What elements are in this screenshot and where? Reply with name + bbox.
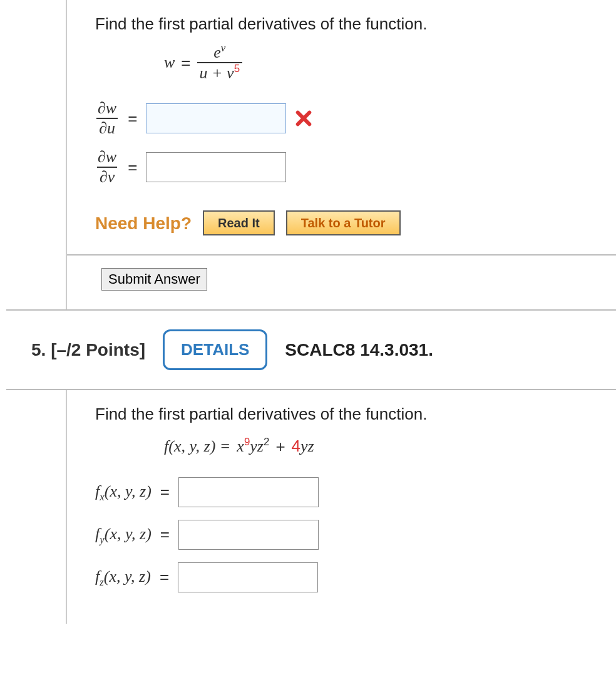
label-sub: y bbox=[100, 534, 105, 546]
question-4: Find the first partial derivatives of th… bbox=[66, 0, 616, 309]
partial-bot: v bbox=[108, 168, 115, 186]
partial-dw-dv: ∂w ∂v bbox=[95, 149, 119, 185]
points-text: [–/2 Points] bbox=[51, 340, 145, 359]
partial-top: w bbox=[106, 148, 116, 166]
equals-sign: = bbox=[181, 51, 190, 74]
fx-label: fx(x, y, z) bbox=[95, 480, 151, 503]
q4-eq-lhs: w bbox=[164, 51, 175, 74]
wrong-icon bbox=[295, 110, 312, 127]
answer-input-fx[interactable] bbox=[178, 477, 319, 507]
frac-den-exp: 5 bbox=[234, 63, 240, 75]
t1-base: x bbox=[237, 437, 244, 455]
q5-eq-lhs: f(x, y, z) = bbox=[164, 435, 230, 458]
equals-sign: = bbox=[128, 156, 137, 178]
q4-equation: w = ev u + v5 bbox=[164, 44, 616, 81]
question-5-header: 5. [–/2 Points] DETAILS SCALC8 14.3.031. bbox=[6, 309, 616, 390]
read-it-button[interactable]: Read It bbox=[203, 210, 275, 235]
fy-label: fy(x, y, z) bbox=[95, 523, 151, 545]
equals-sign: = bbox=[160, 565, 169, 588]
question-number: 5. bbox=[31, 340, 46, 359]
label-rest: (x, y, z) bbox=[105, 482, 151, 500]
question-5: Find the first partial derivatives of th… bbox=[66, 390, 616, 623]
q5-equation: f(x, y, z) = x9yz2 + 4yz bbox=[164, 435, 616, 458]
answer-row-dw-dv: ∂w ∂v = bbox=[95, 149, 616, 185]
answer-row-fy: fy(x, y, z) = bbox=[95, 520, 616, 550]
answer-row-fz: fz(x, y, z) = bbox=[95, 562, 616, 592]
equals-sign: = bbox=[128, 107, 137, 130]
submit-answer-button[interactable]: Submit Answer bbox=[101, 268, 207, 291]
partial-symbol: ∂ bbox=[100, 168, 108, 186]
label-rest: (x, y, z) bbox=[105, 525, 151, 543]
details-button[interactable]: DETAILS bbox=[163, 329, 267, 370]
submit-bar: Submit Answer bbox=[67, 254, 616, 291]
answer-input-fz[interactable] bbox=[178, 562, 318, 592]
frac-num-exp: v bbox=[221, 43, 226, 54]
partial-top: w bbox=[106, 99, 116, 117]
t1-mid: yz bbox=[250, 437, 264, 455]
label-sub: x bbox=[100, 492, 105, 504]
answer-row-fx: fx(x, y, z) = bbox=[95, 477, 616, 507]
partial-symbol: ∂ bbox=[99, 119, 107, 137]
label-rest: (x, y, z) bbox=[104, 567, 151, 586]
t2-coef: 4 bbox=[292, 436, 300, 455]
partial-bot: u bbox=[107, 119, 115, 137]
t1-exp: 9 bbox=[244, 436, 250, 448]
equals-sign: = bbox=[160, 523, 170, 545]
frac-den-left: u + v bbox=[200, 64, 234, 82]
equals-sign: = bbox=[160, 480, 170, 503]
t2-rest: yz bbox=[300, 437, 314, 455]
frac-num-base: e bbox=[213, 43, 221, 61]
t1-exp2: 2 bbox=[264, 436, 269, 448]
question-5-points: 5. [–/2 Points] bbox=[31, 340, 145, 360]
q4-fraction: ev u + v5 bbox=[197, 44, 243, 81]
label-sub: z bbox=[100, 577, 104, 589]
answer-input-fy[interactable] bbox=[178, 520, 319, 550]
plus-sign: + bbox=[275, 435, 285, 458]
need-help-row: Need Help? Read It Talk to a Tutor bbox=[95, 210, 616, 235]
answer-row-dw-du: ∂w ∂u = bbox=[95, 100, 616, 137]
question-source: SCALC8 14.3.031. bbox=[285, 340, 433, 360]
partial-symbol: ∂ bbox=[98, 99, 106, 117]
answer-input-dw-du[interactable] bbox=[146, 103, 286, 133]
q5-prompt: Find the first partial derivatives of th… bbox=[95, 403, 616, 425]
partial-dw-du: ∂w ∂u bbox=[95, 100, 119, 137]
q4-prompt: Find the first partial derivatives of th… bbox=[95, 13, 616, 35]
fz-label: fz(x, y, z) bbox=[95, 565, 151, 588]
talk-to-tutor-button[interactable]: Talk to a Tutor bbox=[286, 210, 401, 235]
partial-symbol: ∂ bbox=[98, 148, 106, 166]
answer-input-dw-dv[interactable] bbox=[146, 152, 286, 182]
need-help-label: Need Help? bbox=[95, 211, 192, 235]
